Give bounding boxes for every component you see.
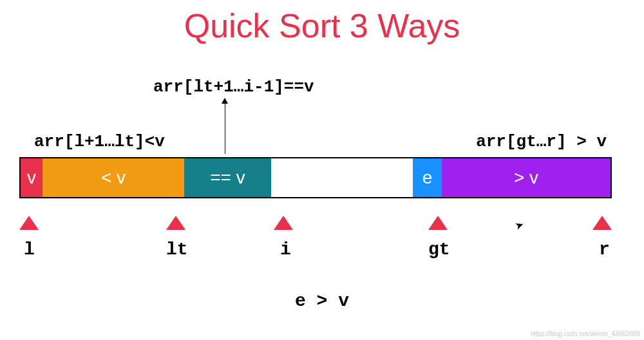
- watermark-text: https://blog.csdn.net/weixin_43862688: [531, 330, 640, 337]
- pointer-r-icon: [592, 216, 612, 230]
- condition-text: e > v: [0, 291, 644, 311]
- pointer-lt-icon: [166, 216, 185, 230]
- label-greater-range: arr[gt…r] > v: [476, 132, 607, 151]
- pointer-i-icon: [274, 216, 293, 230]
- pointer-gt-label: gt: [428, 240, 450, 260]
- pointer-gt-icon: [428, 216, 448, 230]
- label-less-range: arr[l+1…lt]<v: [34, 132, 165, 151]
- pointer-l-label: l: [24, 240, 35, 260]
- pointer-l-icon: [19, 216, 39, 230]
- equal-range-arrow-line: [225, 99, 225, 154]
- page-title: Quick Sort 3 Ways: [0, 6, 644, 45]
- pointer-i-label: i: [280, 240, 291, 260]
- segment-greater: > v: [442, 158, 611, 197]
- mouse-cursor-icon: ➤: [513, 218, 526, 232]
- label-equal-range: arr[lt+1…i-1]==v: [153, 77, 314, 97]
- pointer-lt-label: lt: [166, 240, 188, 260]
- pointer-r-label: r: [599, 240, 610, 260]
- segment-less: < v: [43, 158, 184, 197]
- segment-current: e: [413, 158, 442, 197]
- segment-unseen: [271, 158, 413, 197]
- equal-range-arrow-head: [222, 98, 228, 104]
- array-bar: v < v == v e > v: [19, 157, 612, 198]
- segment-pivot: v: [21, 158, 43, 197]
- segment-equal: == v: [184, 158, 271, 197]
